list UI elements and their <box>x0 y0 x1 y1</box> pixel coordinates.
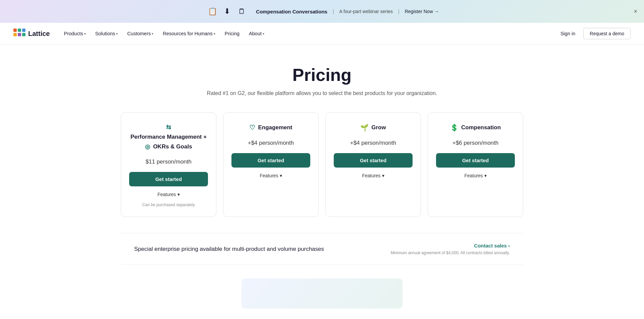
products-chevron-icon: ▾ <box>84 32 86 36</box>
perf-features-link[interactable]: Features ▾ <box>157 192 179 197</box>
request-demo-button[interactable]: Request a demo <box>583 28 631 39</box>
nav-item-pricing[interactable]: Pricing <box>221 28 244 39</box>
solutions-chevron-icon: ▾ <box>116 32 118 36</box>
engagement-features-chevron-icon: ▾ <box>280 173 282 178</box>
nav-item-customers[interactable]: Customers ▾ <box>123 28 157 39</box>
bottom-section <box>121 265 523 309</box>
banner-icon-3: 🗒 <box>234 4 249 19</box>
resources-chevron-icon: ▾ <box>214 32 215 36</box>
compensation-get-started-button[interactable]: Get started <box>436 153 515 168</box>
perf-get-started-button[interactable]: Get started <box>129 172 208 186</box>
okrs-icon: ◎ <box>145 143 150 150</box>
compensation-features-chevron-icon: ▾ <box>484 173 487 178</box>
perf-card-note: Can be purchased separately <box>142 202 195 207</box>
logo-text: Lattice <box>28 30 50 38</box>
grow-icon: 🌱 <box>360 124 369 132</box>
grow-features-link[interactable]: Features ▾ <box>362 173 384 178</box>
card-performance-management: ⇆ Performance Management + ◎ OKRs & Goal… <box>121 112 216 217</box>
contact-sales-link[interactable]: Contact sales › <box>474 243 510 248</box>
grow-get-started-button[interactable]: Get started <box>334 153 413 168</box>
bottom-illustration-card <box>241 278 402 309</box>
perf-mgmt-icon: ⇆ <box>166 124 171 131</box>
card-engagement: ♡ Engagement +$4 person/month Get starte… <box>223 112 319 217</box>
banner-icon-1: 📋 <box>205 4 220 19</box>
pricing-cards: ⇆ Performance Management + ◎ OKRs & Goal… <box>121 112 523 217</box>
minimum-note: Minimum annual agreement of $4,000. All … <box>391 250 510 255</box>
banner-icon-2: ⬇ <box>220 4 234 19</box>
svg-rect-5 <box>22 33 25 36</box>
banner-sep-2: | <box>398 9 399 14</box>
nav-links: Products ▾ Solutions ▾ Customers ▾ Resou… <box>60 28 556 39</box>
banner-close-button[interactable]: × <box>634 8 637 14</box>
logo-icon <box>13 29 25 39</box>
nav-item-products[interactable]: Products ▾ <box>60 28 90 39</box>
engagement-features-link[interactable]: Features ▾ <box>260 173 282 178</box>
card-engagement-title: ♡ Engagement <box>249 124 292 132</box>
page-subtitle: Rated #1 on G2, our flexible platform al… <box>121 90 523 96</box>
banner-register-link[interactable]: Register Now → <box>405 9 439 14</box>
banner-title: Compensation Conversations <box>256 9 327 14</box>
compensation-features-link[interactable]: Features ▾ <box>464 173 486 178</box>
enterprise-text: Special enterprise pricing available for… <box>134 246 324 253</box>
nav-item-resources[interactable]: Resources for Humans ▾ <box>159 28 219 39</box>
card-grow: 🌱 Grow +$4 person/month Get started Feat… <box>325 112 421 217</box>
card-compensation-price: +$6 person/month <box>452 140 499 146</box>
nav-item-about[interactable]: About ▾ <box>245 28 268 39</box>
card-engagement-price: +$4 person/month <box>248 140 294 146</box>
svg-rect-4 <box>18 33 21 36</box>
nav-actions: Sign in Request a demo <box>556 28 631 39</box>
about-chevron-icon: ▾ <box>263 32 264 36</box>
main-content: Pricing Rated #1 on G2, our flexible pla… <box>107 45 537 319</box>
banner-content: Compensation Conversations | A four-part… <box>256 9 439 14</box>
card-grow-price: +$4 person/month <box>350 140 396 146</box>
svg-rect-3 <box>13 33 17 36</box>
perf-features-chevron-icon: ▾ <box>177 192 180 197</box>
customers-chevron-icon: ▾ <box>152 32 153 36</box>
banner-illustrations: 📋 ⬇ 🗒 <box>205 4 249 19</box>
engagement-get-started-button[interactable]: Get started <box>231 153 310 168</box>
banner-sep-1: | <box>333 9 334 14</box>
compensation-icon: 💲 <box>450 124 459 132</box>
promo-banner: 📋 ⬇ 🗒 Compensation Conversations | A fou… <box>0 0 644 23</box>
card-compensation-title: 💲 Compensation <box>450 124 501 132</box>
card-compensation: 💲 Compensation +$6 person/month Get star… <box>428 112 523 217</box>
banner-subtitle: A four-part webinar series <box>339 9 393 14</box>
logo-link[interactable]: Lattice <box>13 29 50 39</box>
svg-rect-1 <box>18 29 21 32</box>
engagement-icon: ♡ <box>249 124 255 132</box>
signin-button[interactable]: Sign in <box>556 28 579 39</box>
enterprise-right: Contact sales › Minimum annual agreement… <box>391 243 510 255</box>
svg-rect-0 <box>13 29 17 32</box>
card-perf-title-line2: ◎ OKRs & Goals <box>145 143 192 150</box>
enterprise-banner: Special enterprise pricing available for… <box>121 233 523 265</box>
main-nav: Lattice Products ▾ Solutions ▾ Customers… <box>0 23 644 45</box>
svg-rect-2 <box>22 29 25 32</box>
page-title: Pricing <box>121 65 523 85</box>
nav-item-solutions[interactable]: Solutions ▾ <box>91 28 122 39</box>
card-grow-title: 🌱 Grow <box>360 124 386 132</box>
grow-features-chevron-icon: ▾ <box>382 173 384 178</box>
card-perf-price: $11 person/month <box>146 158 192 165</box>
card-perf-title: ⇆ Performance Management + <box>129 124 208 140</box>
